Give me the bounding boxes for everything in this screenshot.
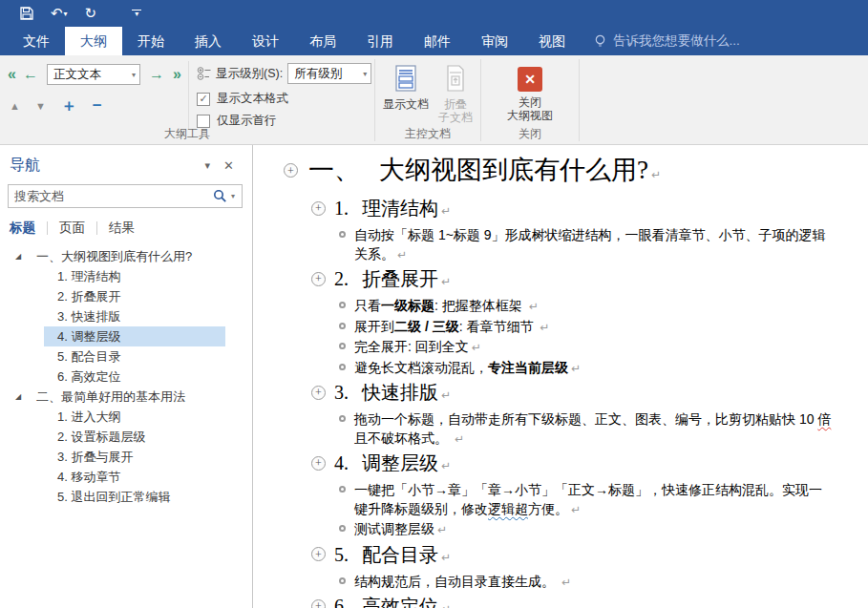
show-level-select[interactable]: 所有级别 ▾ [287, 63, 371, 84]
ribbon-tab-审阅[interactable]: 审阅 [466, 27, 523, 55]
show-text-formatting-label: 显示文本格式 [217, 91, 288, 107]
outline-heading-2[interactable]: +3.快速排版↵ [253, 381, 834, 408]
paragraph-mark: ↵ [472, 341, 481, 354]
ribbon-tab-布局[interactable]: 布局 [294, 27, 351, 55]
expand-plus-icon[interactable]: + [284, 163, 298, 178]
nav-heading-item[interactable]: 4. 移动章节 [0, 467, 252, 487]
ribbon-tab-视图[interactable]: 视图 [523, 27, 581, 55]
navigation-options-dropdown-icon[interactable]: ▾ [199, 159, 218, 172]
outline-body-paragraph[interactable]: 结构规范后，自动目录直接生成。 ↵ [253, 573, 834, 593]
body-bullet-icon[interactable] [339, 577, 346, 584]
expand-plus-icon[interactable]: + [311, 272, 326, 286]
nav-heading-item[interactable]: 6. 高效定位 [0, 367, 252, 387]
outline-heading-2[interactable]: +6.高效定位↵ [253, 595, 834, 608]
navigation-close-icon[interactable]: ✕ [217, 158, 241, 173]
nav-heading-item[interactable]: 3. 折叠与展开 [0, 447, 252, 467]
combobox-dropdown-icon[interactable]: ▾ [132, 71, 136, 79]
nav-heading-item[interactable]: ◢一、大纲视图到底有什么用? [0, 246, 252, 266]
search-box[interactable]: ▾ [8, 184, 243, 208]
outline-body-paragraph[interactable]: 展开到二级 / 三级: 看章节细节 ↵ [253, 318, 834, 338]
body-bullet-icon[interactable] [339, 231, 346, 238]
ribbon-tabs: 文件大纲开始插入设计布局引用邮件审阅视图 [8, 27, 581, 55]
expand-plus-icon[interactable]: + [311, 599, 326, 608]
outline-heading-2[interactable]: +5.配合目录↵ [253, 543, 834, 570]
show-text-formatting-row[interactable]: ✓ 显示文本格式 [197, 91, 371, 107]
ribbon-tab-大纲[interactable]: 大纲 [65, 27, 122, 55]
body-bullet-icon[interactable] [339, 364, 346, 370]
nav-heading-item[interactable]: 4. 调整层级 [44, 326, 225, 346]
nav-tab-结果[interactable]: 结果 [97, 220, 146, 237]
demote-button[interactable]: → [149, 67, 164, 82]
promote-button[interactable]: ← [23, 67, 38, 82]
ribbon-tab-文件[interactable]: 文件 [8, 27, 65, 55]
close-outline-view-label: 关闭 大纲视图 [507, 95, 553, 122]
body-bullet-icon[interactable] [339, 302, 346, 308]
paragraph-mark: ↵ [571, 503, 581, 516]
collapse-button[interactable]: − [93, 99, 102, 113]
customize-quick-access-button[interactable]: ▾ [122, 2, 151, 25]
outline-heading-2[interactable]: +1.理清结构↵ [253, 197, 834, 223]
expand-plus-icon[interactable]: + [311, 547, 326, 561]
search-dropdown-icon[interactable]: ▾ [227, 192, 242, 200]
nav-heading-item[interactable]: 1. 理清结构 [0, 266, 252, 286]
nav-heading-item[interactable]: 1. 进入大纲 [0, 407, 252, 427]
expand-button[interactable]: ＋ [61, 99, 77, 113]
undo-button[interactable]: ↶ ▾ [42, 2, 76, 25]
nav-heading-item[interactable]: 2. 设置标题层级 [0, 427, 252, 447]
outline-heading-1[interactable]: +一、大纲视图到底有什么用?↵ [253, 154, 834, 191]
nav-tab-页面[interactable]: 页面 [48, 220, 96, 237]
body-bullet-icon[interactable] [339, 415, 346, 422]
collapse-triangle-icon[interactable]: ◢ [15, 387, 21, 407]
nav-heading-item[interactable]: 5. 退出回到正常编辑 [0, 487, 252, 507]
show-text-formatting-checkbox[interactable]: ✓ [197, 93, 210, 106]
expand-plus-icon[interactable]: + [311, 386, 326, 400]
paragraph-mark: ↵ [437, 523, 447, 536]
outline-body-paragraph[interactable]: 只看一级标题: 把握整体框架 ↵ [253, 297, 834, 317]
expand-plus-icon[interactable]: + [311, 456, 326, 471]
redo-button[interactable]: ↻ [76, 2, 106, 25]
collapse-subdocuments-icon [443, 65, 468, 94]
move-down-button[interactable]: ▼ [35, 100, 46, 112]
body-bullet-icon[interactable] [339, 323, 346, 329]
expand-plus-icon[interactable]: + [311, 201, 326, 216]
save-button[interactable] [11, 2, 42, 25]
body-bullet-icon[interactable] [339, 343, 346, 349]
search-icon[interactable] [213, 189, 227, 203]
move-up-button[interactable]: ▲ [10, 100, 20, 112]
body-bullet-icon[interactable] [339, 486, 346, 493]
group-outline-tools: « ← 正文文本 ▾ → » ▲ ▼ ＋ − [0, 55, 374, 144]
tell-me-box[interactable]: 告诉我您想要做什么... [594, 27, 740, 55]
nav-heading-item[interactable]: 5. 配合目录 [0, 346, 252, 367]
undo-dropdown-icon[interactable]: ▾ [64, 10, 68, 18]
ribbon-tab-插入[interactable]: 插入 [180, 27, 237, 55]
select-dropdown-icon[interactable]: ▾ [363, 70, 367, 78]
collapse-triangle-icon[interactable]: ◢ [15, 246, 21, 266]
outline-heading-2[interactable]: +2.折叠展开↵ [253, 267, 834, 294]
outline-body-paragraph[interactable]: 避免长文档滚动混乱，专注当前层级↵ [253, 359, 834, 379]
ribbon-tab-邮件[interactable]: 邮件 [409, 27, 466, 55]
outline-body-paragraph[interactable]: 测试调整层级↵ [253, 520, 834, 540]
ribbon-tab-设计[interactable]: 设计 [237, 27, 294, 55]
outline-body-paragraph[interactable]: 拖动一个标题，自动带走所有下级标题、正文、图表、编号，比剪切粘贴快 10 倍且不… [253, 410, 834, 449]
outline-body-paragraph[interactable]: 自动按「标题 1~标题 9」形成树状缩进结构，一眼看清章节、小节、子项的逻辑关系… [253, 226, 834, 264]
nav-heading-item[interactable]: ◢二、最简单好用的基本用法 [0, 387, 252, 407]
nav-tab-标题[interactable]: 标题 [8, 220, 47, 237]
search-input[interactable] [9, 189, 213, 203]
promote-to-heading1-button[interactable]: « [8, 67, 14, 82]
ribbon-tab-引用[interactable]: 引用 [351, 27, 409, 55]
outline-body-paragraph[interactable]: 完全展开: 回到全文↵ [253, 338, 834, 358]
paragraph-mark: ↵ [540, 321, 549, 334]
save-icon [20, 7, 33, 20]
nav-heading-item[interactable]: 3. 快速排版 [0, 306, 252, 326]
body-text-run: 展开到 [354, 319, 394, 334]
outline-body-paragraph[interactable]: 一键把「小节→章」「章→小节」「正文→标题」，快速修正结构混乱。实现一键升降标题… [253, 481, 834, 519]
outline-level-combobox[interactable]: 正文文本 ▾ [47, 64, 140, 85]
outline-heading-2[interactable]: +4.调整层级↵ [253, 451, 834, 478]
ribbon-tab-开始[interactable]: 开始 [122, 27, 180, 55]
undo-icon: ↶ [51, 5, 63, 22]
demote-to-bodytext-button[interactable]: » [173, 67, 180, 82]
nav-heading-item[interactable]: 2. 折叠展开 [0, 286, 252, 306]
body-text-run: 自动按「标题 1~标题 9」形成树状缩进结构，一眼看清章节、小节、子项的逻辑关系… [354, 227, 826, 262]
document-outline-area[interactable]: +一、大纲视图到底有什么用?↵+1.理清结构↵自动按「标题 1~标题 9」形成树… [253, 145, 868, 608]
body-bullet-icon[interactable] [339, 525, 346, 532]
